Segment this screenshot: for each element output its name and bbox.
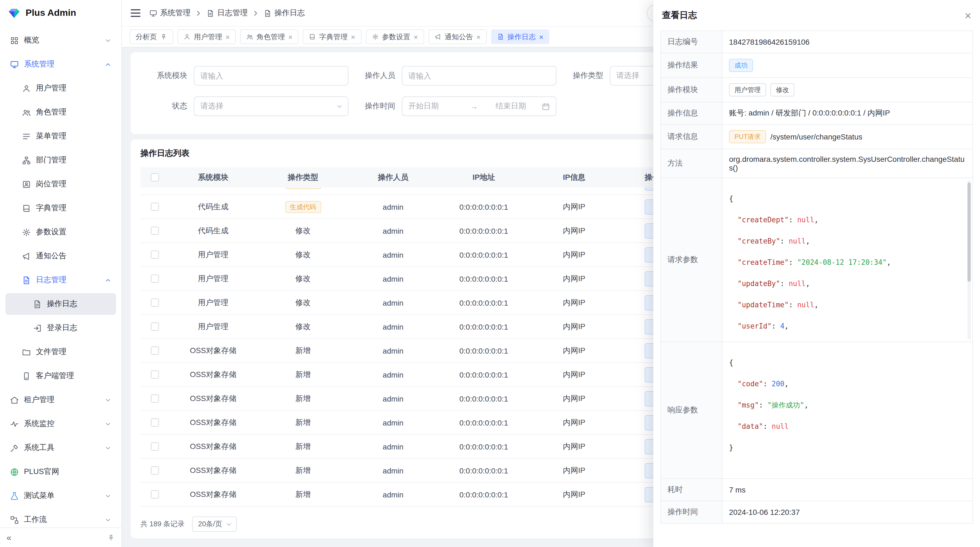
activity-icon bbox=[10, 419, 19, 429]
monitor-icon bbox=[149, 9, 158, 17]
close-icon[interactable]: × bbox=[539, 33, 543, 41]
row-checkbox[interactable] bbox=[151, 226, 159, 235]
tree-icon bbox=[22, 156, 31, 165]
operation-type-tag: 修改 bbox=[295, 322, 310, 330]
status-select[interactable]: 请选择 bbox=[194, 96, 348, 116]
users-icon bbox=[246, 33, 253, 40]
row-checkbox[interactable] bbox=[151, 346, 159, 355]
close-icon[interactable]: × bbox=[414, 33, 418, 41]
login-icon bbox=[33, 323, 42, 333]
row-checkbox[interactable] bbox=[151, 466, 159, 475]
pin-icon[interactable] bbox=[160, 33, 167, 40]
status-badge: 成功 bbox=[729, 59, 753, 72]
sidebar-item-tenant-management[interactable]: 租户管理 bbox=[5, 389, 116, 411]
sidebar-item-system-monitor[interactable]: 系统监控 bbox=[5, 413, 116, 435]
sidebar-item-menu-management[interactable]: 菜单管理 bbox=[5, 125, 116, 147]
log-id-row: 日志编号 1842781986426159106 bbox=[661, 31, 972, 53]
system-module-input[interactable] bbox=[194, 66, 348, 86]
sidebar-item-file-management[interactable]: 文件管理 bbox=[5, 341, 116, 363]
tab-notice[interactable]: 通知公告 × bbox=[428, 29, 487, 44]
close-icon[interactable]: × bbox=[964, 10, 971, 21]
tab-user-management[interactable]: 用户管理 × bbox=[178, 29, 236, 44]
tab-analysis-page[interactable]: 分析页 bbox=[130, 29, 173, 44]
sidebar-item-client-management[interactable]: 客户端管理 bbox=[5, 365, 116, 387]
pin-icon[interactable] bbox=[107, 534, 115, 541]
sidebar-item-post-management[interactable]: 岗位管理 bbox=[5, 173, 116, 195]
cost-row: 耗时 7 ms bbox=[661, 479, 972, 501]
row-checkbox[interactable] bbox=[151, 394, 159, 403]
chevron-up-icon bbox=[105, 61, 111, 68]
tab-operation-log[interactable]: 操作日志 × bbox=[491, 29, 549, 44]
sidebar-item-user-management[interactable]: 用户管理 bbox=[5, 77, 116, 99]
app-root: Plus Admin 概览 系统管理 用户管理 角色管理 bbox=[0, 0, 980, 547]
filter-operation-time: 操作时间 开始日期 → 结束日期 bbox=[348, 96, 557, 116]
close-icon[interactable]: × bbox=[288, 33, 293, 41]
breadcrumb: 系统管理 日志管理 操作日志 bbox=[149, 8, 305, 18]
megaphone-icon bbox=[434, 33, 442, 40]
row-checkbox[interactable] bbox=[151, 322, 159, 331]
sidebar-item-log-management[interactable]: 日志管理 bbox=[5, 269, 116, 291]
chevron-down-icon bbox=[105, 492, 111, 499]
tab-role-management[interactable]: 角色管理 × bbox=[240, 29, 298, 44]
system-module-input-field[interactable] bbox=[200, 71, 342, 80]
tools-icon bbox=[10, 443, 19, 453]
page-size-select[interactable]: 20条/页 bbox=[192, 517, 237, 532]
field-label: 操作类型 bbox=[557, 71, 603, 81]
home-icon bbox=[10, 395, 19, 405]
field-label: 系统模块 bbox=[140, 71, 187, 81]
sidebar-item-dict-management[interactable]: 字典管理 bbox=[5, 197, 116, 219]
column-header: 操作人员 bbox=[348, 172, 438, 182]
operation-time-daterange[interactable]: 开始日期 → 结束日期 bbox=[402, 96, 557, 116]
breadcrumb-item[interactable]: 日志管理 bbox=[206, 8, 248, 18]
arrow-right-separator: → bbox=[468, 102, 480, 111]
close-icon[interactable]: × bbox=[476, 33, 481, 41]
chevron-right-icon bbox=[194, 9, 202, 17]
sidebar-item-dept-management[interactable]: 部门管理 bbox=[5, 149, 116, 171]
sidebar-collapse-button[interactable]: « bbox=[6, 533, 11, 542]
tab-dict-management[interactable]: 字典管理 × bbox=[303, 29, 361, 44]
sidebar-item-system-management[interactable]: 系统管理 bbox=[5, 53, 116, 75]
flask-icon bbox=[10, 491, 19, 501]
sidebar-item-workflow[interactable]: 工作流 bbox=[5, 509, 116, 527]
select-all-checkbox[interactable] bbox=[151, 173, 159, 182]
row-checkbox[interactable] bbox=[151, 203, 159, 211]
operator-input-field[interactable] bbox=[408, 71, 550, 80]
request-params-json[interactable]: { "createDept": null, "createBy": null, … bbox=[729, 182, 966, 337]
chevron-up-icon bbox=[105, 276, 111, 284]
sidebar-item-overview[interactable]: 概览 bbox=[5, 29, 116, 51]
id-badge-icon bbox=[22, 180, 31, 189]
sidebar-item-login-log[interactable]: 登录日志 bbox=[5, 317, 116, 339]
row-checkbox[interactable] bbox=[151, 298, 159, 307]
row-checkbox[interactable] bbox=[151, 274, 159, 283]
tab-param-settings[interactable]: 参数设置 × bbox=[366, 29, 424, 44]
row-checkbox[interactable] bbox=[151, 250, 159, 259]
breadcrumb-item[interactable]: 系统管理 bbox=[149, 8, 191, 18]
device-icon bbox=[22, 371, 31, 381]
row-checkbox[interactable] bbox=[151, 418, 159, 427]
scrollbar-thumb[interactable] bbox=[967, 182, 971, 282]
log-detail-drawer: 查看日志 × 日志编号 1842781986426159106 操作结果 成功 … bbox=[653, 0, 980, 547]
sidebar-item-notice[interactable]: 通知公告 bbox=[5, 245, 116, 267]
sidebar-item-test-menu[interactable]: 测试菜单 bbox=[5, 485, 116, 507]
sidebar-item-role-management[interactable]: 角色管理 bbox=[5, 101, 116, 123]
hamburger-menu-icon[interactable] bbox=[130, 9, 140, 17]
operation-badge: 修改 bbox=[770, 83, 794, 96]
sidebar-item-system-tools[interactable]: 系统工具 bbox=[5, 437, 116, 459]
row-checkbox[interactable] bbox=[151, 490, 159, 499]
close-icon[interactable]: × bbox=[351, 33, 355, 41]
row-checkbox[interactable] bbox=[151, 370, 159, 379]
operation-type-tag: 新增 bbox=[295, 418, 310, 426]
row-checkbox[interactable] bbox=[151, 442, 159, 451]
sidebar-item-operation-log[interactable]: 操作日志 bbox=[5, 293, 116, 315]
logo-gem-icon bbox=[8, 6, 21, 20]
sidebar-item-plus-website[interactable]: PLUS官网 bbox=[5, 461, 116, 483]
sidebar-item-param-settings[interactable]: 参数设置 bbox=[5, 221, 116, 243]
request-params-row: 请求参数 { "createDept": null, "createBy": n… bbox=[661, 178, 972, 342]
close-icon[interactable]: × bbox=[225, 33, 230, 41]
chevron-down-icon bbox=[105, 420, 111, 427]
breadcrumb-item[interactable]: 操作日志 bbox=[264, 8, 305, 18]
operator-input[interactable] bbox=[402, 66, 557, 86]
info-row: 操作信息 账号: admin / 研发部门 / 0:0:0:0:0:0:0:1 … bbox=[661, 102, 972, 125]
list-icon bbox=[22, 132, 31, 141]
app-logo: Plus Admin bbox=[0, 0, 121, 26]
